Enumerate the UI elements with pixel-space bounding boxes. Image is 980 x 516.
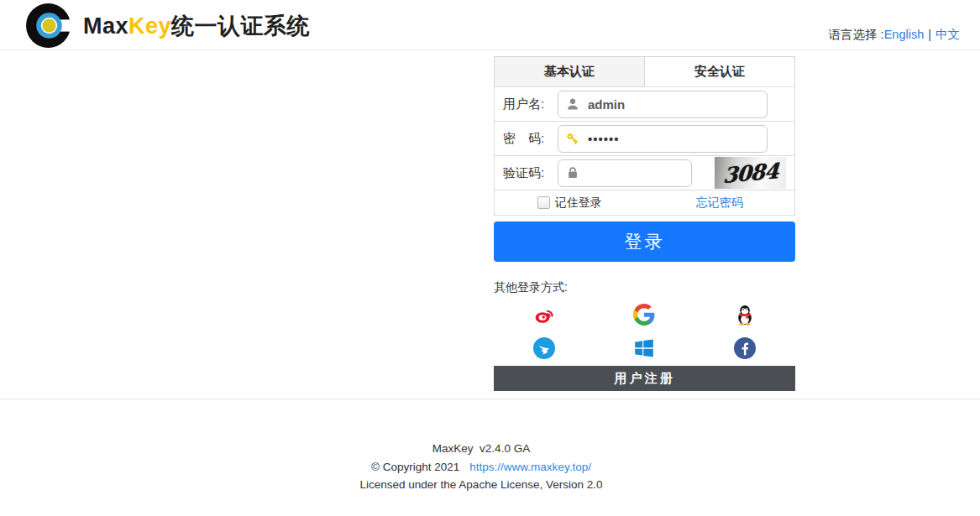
username-label: 用户名: (495, 96, 558, 112)
user-icon (565, 96, 580, 112)
footer-copyright-line: © Copyright 2021https://www.maxkey.top/ (0, 458, 962, 477)
footer-divider (0, 399, 980, 399)
captcha-input-box (558, 159, 692, 187)
tab-basic-auth[interactable]: 基本认证 (495, 57, 645, 86)
footer-license: Licensed under the Apache License, Versi… (0, 476, 962, 494)
auth-tabs: 基本认证 安全认证 (494, 56, 795, 87)
language-selector: 语言选择 :English|中文 (829, 27, 960, 43)
brand-suffix: 统一认证系统 (171, 13, 310, 39)
username-row: 用户名: (494, 86, 795, 122)
password-input[interactable] (588, 132, 767, 146)
weibo-login-button[interactable] (533, 304, 555, 326)
captcha-image[interactable]: 3084 (715, 157, 786, 189)
qq-icon (734, 304, 756, 326)
remember-checkbox[interactable] (537, 196, 550, 209)
facebook-icon (734, 337, 756, 359)
captcha-label: 验证码: (495, 165, 558, 181)
weibo-icon (533, 304, 555, 326)
language-chinese-link[interactable]: 中文 (935, 28, 960, 41)
google-login-button[interactable] (633, 304, 655, 326)
forgot-group: 忘记密码 (645, 190, 795, 215)
windows-login-button[interactable] (633, 337, 655, 359)
footer-version: MaxKey v2.4.0 GA (0, 440, 962, 458)
qq-login-button[interactable] (734, 304, 756, 326)
username-input[interactable] (588, 97, 767, 112)
brand-key: Key (128, 13, 171, 39)
social-login-providers (494, 304, 795, 359)
dingtalk-login-button[interactable] (533, 337, 555, 359)
key-icon (565, 131, 580, 146)
captcha-input[interactable] (588, 166, 691, 180)
footer: MaxKey v2.4.0 GA © Copyright 2021https:/… (0, 440, 962, 494)
tab-secure-auth[interactable]: 安全认证 (645, 57, 794, 86)
captcha-row: 验证码: 3084 (494, 155, 795, 190)
password-input-box (558, 125, 768, 153)
forgot-password-link[interactable]: 忘记密码 (696, 195, 743, 211)
remember-label: 记住登录 (555, 195, 602, 211)
register-button[interactable]: 用户注册 (494, 366, 795, 391)
page-title: MaxKey统一认证系统 (83, 11, 310, 41)
header: MaxKey统一认证系统 语言选择 :English|中文 (0, 0, 980, 50)
remember-group: 记住登录 (495, 190, 645, 215)
remember-row: 记住登录 忘记密码 (494, 190, 795, 216)
maxkey-logo-icon (25, 2, 73, 50)
password-label: 密 码: (495, 131, 558, 147)
dingtalk-icon (533, 337, 555, 359)
other-login-methods-label: 其他登录方式: (494, 280, 795, 295)
footer-link[interactable]: https://www.maxkey.top/ (469, 461, 591, 473)
language-label: 语言选择 : (829, 28, 884, 41)
language-english-link[interactable]: English (884, 28, 925, 41)
brand-max: Max (83, 13, 128, 39)
login-panel: 基本认证 安全认证 用户名: 密 码: (494, 56, 795, 391)
windows-icon (633, 337, 655, 359)
footer-copyright: © Copyright 2021 (371, 461, 459, 473)
login-button[interactable]: 登录 (494, 222, 795, 262)
language-separator: | (928, 28, 931, 41)
google-icon (633, 304, 655, 326)
lock-icon (565, 165, 580, 180)
username-input-box (558, 91, 768, 118)
captcha-image-text: 3084 (722, 159, 778, 188)
brand: MaxKey统一认证系统 (25, 2, 310, 50)
facebook-login-button[interactable] (734, 337, 756, 359)
password-row: 密 码: (494, 121, 795, 156)
